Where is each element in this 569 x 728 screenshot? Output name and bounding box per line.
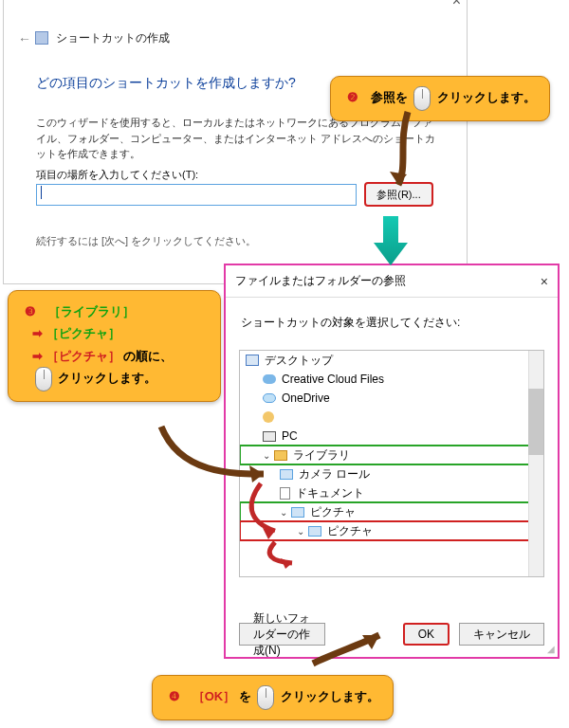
mouse-icon (257, 685, 274, 710)
callout-text: クリックします。 (437, 90, 536, 104)
tree-label: ドキュメント (296, 485, 364, 501)
pictures-icon (291, 507, 304, 518)
ok-button[interactable]: OK (403, 623, 450, 646)
folder-tree[interactable]: デスクトップ Creative Cloud Files OneDrive PC … (239, 350, 544, 577)
dialog-instruction: ショートカットの対象を選択してください: (226, 298, 558, 340)
resize-grip-icon[interactable]: ◢ (547, 644, 555, 654)
camera-icon (280, 469, 293, 480)
callout-text: クリックします。 (58, 372, 156, 386)
callout-step2: ❷ 参照を クリックします。 (330, 76, 550, 121)
libraries-icon (274, 450, 287, 461)
callout-step3: ❸ ［ライブラリ］ ➡［ピクチャ］ ➡［ピクチャ］ の順に、 クリックします。 (8, 290, 221, 402)
step-number: ❸ (22, 303, 39, 320)
callout-text: クリックします。 (281, 689, 379, 703)
close-icon[interactable]: × (541, 274, 548, 289)
tree-label: ライブラリ (293, 447, 350, 464)
wizard-description: このウィザードを使用すると、ローカルまたはネットワークにあるプログラム、ファイル… (36, 115, 438, 162)
chevron-down-icon[interactable]: ⌄ (280, 507, 287, 518)
tree-label: ピクチャ (310, 504, 356, 520)
window-title: ショートカットの作成 (56, 30, 170, 46)
callout-text: ［ライブラリ］ (48, 304, 135, 318)
tree-node-desktop[interactable]: デスクトップ (240, 351, 543, 370)
callout-text: ［ピクチャ］ (46, 349, 120, 363)
next-hint: 続行するには [次へ] をクリックしてください。 (36, 234, 256, 248)
callout-text: を (239, 689, 251, 703)
tree-node-user[interactable] (240, 408, 543, 427)
mouse-icon (35, 367, 52, 391)
callout-text: 参照を (371, 90, 408, 104)
tree-node-onedrive[interactable]: OneDrive (240, 389, 543, 408)
user-icon (263, 411, 274, 423)
tree-label: PC (282, 429, 298, 443)
tree-node-libraries[interactable]: ⌄ ライブラリ (240, 446, 543, 464)
step-number: ❹ (166, 688, 183, 705)
tree-label: ピクチャ (327, 523, 373, 539)
pictures-icon (308, 526, 321, 537)
scrollbar-thumb[interactable] (528, 389, 543, 455)
tree-node-pictures-sub[interactable]: ⌄ ピクチャ (240, 521, 543, 540)
callout-step4: ❹ ［OK］ を クリックします。 (152, 675, 394, 720)
document-icon (280, 487, 290, 500)
browse-button[interactable]: 参照(R)... (364, 182, 433, 207)
shortcut-icon (35, 31, 48, 45)
tree-node-ccfiles[interactable]: Creative Cloud Files (240, 370, 543, 389)
dialog-titlebar: ファイルまたはフォルダーの参照 × (226, 265, 558, 298)
back-icon[interactable]: ← (18, 31, 31, 46)
pc-icon (263, 431, 276, 442)
onedrive-icon (263, 393, 276, 403)
cancel-button[interactable]: キャンセル (459, 623, 544, 646)
browse-dialog: ファイルまたはフォルダーの参照 × ショートカットの対象を選択してください: デ… (224, 264, 560, 659)
tree-node-documents[interactable]: ドキュメント (240, 483, 543, 502)
tree-label: カメラ ロール (299, 466, 370, 482)
callout-text: の順に、 (123, 349, 173, 363)
callout-text: ［OK］ (193, 689, 236, 703)
location-input[interactable] (36, 184, 357, 206)
green-arrow-icon (372, 216, 410, 267)
tree-label: Creative Cloud Files (282, 373, 384, 386)
location-label: 項目の場所を入力してください(T): (36, 168, 198, 182)
mouse-icon (413, 86, 431, 111)
cloud-icon (263, 374, 276, 384)
callout-text: ［ピクチャ］ (46, 326, 120, 340)
tree-node-cameraroll[interactable]: カメラ ロール (240, 464, 543, 483)
desktop-icon (246, 355, 259, 366)
chevron-down-icon[interactable]: ⌄ (263, 450, 270, 461)
tree-label: デスクトップ (265, 353, 333, 369)
tree-node-pictures[interactable]: ⌄ ピクチャ (240, 502, 543, 521)
step-number: ❷ (344, 89, 361, 106)
wizard-heading: どの項目のショートカットを作成しますか? (36, 75, 296, 92)
dialog-title: ファイルまたはフォルダーの参照 (235, 273, 406, 289)
new-folder-button[interactable]: 新しいフォルダーの作成(N) (239, 623, 325, 646)
chevron-down-icon[interactable]: ⌄ (297, 526, 304, 537)
tree-node-pc[interactable]: PC (240, 427, 543, 446)
close-icon[interactable]: × (452, 0, 461, 9)
scrollbar-vertical[interactable] (528, 351, 543, 576)
tree-label: OneDrive (282, 391, 330, 405)
